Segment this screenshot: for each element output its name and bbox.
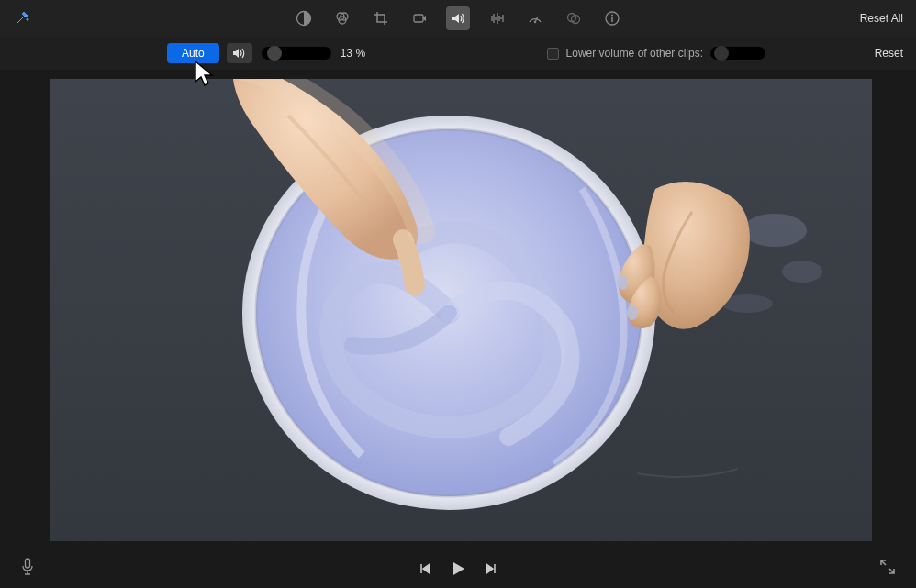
top-toolbar: Reset All xyxy=(0,0,916,37)
svg-rect-4 xyxy=(414,15,423,22)
fullscreen-button[interactable] xyxy=(879,559,896,579)
color-balance-icon[interactable] xyxy=(292,6,316,30)
clip-filter-icon[interactable] xyxy=(562,6,586,30)
next-button[interactable] xyxy=(484,561,498,576)
volume-slider[interactable] xyxy=(262,47,331,60)
noise-reduction-icon[interactable] xyxy=(485,6,508,30)
voiceover-mic-button[interactable] xyxy=(20,558,35,580)
playback-bar xyxy=(0,549,916,588)
video-preview[interactable] xyxy=(50,79,872,541)
svg-point-11 xyxy=(743,214,807,247)
lower-volume-checkbox[interactable] xyxy=(547,48,559,60)
tool-icons-group xyxy=(292,6,624,30)
volume-value: 13 % xyxy=(341,47,386,60)
speed-icon[interactable] xyxy=(523,6,547,30)
playback-controls xyxy=(418,560,498,578)
stabilization-icon[interactable] xyxy=(408,6,431,30)
svg-point-18 xyxy=(627,305,638,320)
lower-volume-group: Lower volume of other clips: xyxy=(547,47,765,60)
reset-button[interactable]: Reset xyxy=(875,47,903,60)
info-icon[interactable] xyxy=(600,6,624,30)
crop-icon[interactable] xyxy=(369,6,393,30)
play-button[interactable] xyxy=(449,560,467,578)
svg-point-5 xyxy=(534,21,536,23)
audio-controls-bar: Auto 13 % Lower volume of other clips: R… xyxy=(0,37,916,70)
svg-point-17 xyxy=(617,275,628,290)
magic-wand-button[interactable] xyxy=(13,9,31,28)
speaker-button[interactable] xyxy=(227,43,252,63)
color-correction-icon[interactable] xyxy=(330,6,354,30)
auto-button[interactable]: Auto xyxy=(167,43,219,63)
lower-volume-slider[interactable] xyxy=(710,47,765,60)
reset-all-button[interactable]: Reset All xyxy=(860,12,903,25)
previous-button[interactable] xyxy=(418,561,432,576)
volume-slider-thumb[interactable] xyxy=(267,46,282,61)
lower-volume-slider-thumb xyxy=(714,46,729,61)
lower-volume-label: Lower volume of other clips: xyxy=(566,47,703,60)
svg-rect-19 xyxy=(26,559,30,568)
svg-point-12 xyxy=(782,261,822,283)
svg-point-9 xyxy=(611,15,613,17)
volume-icon[interactable] xyxy=(446,6,470,30)
